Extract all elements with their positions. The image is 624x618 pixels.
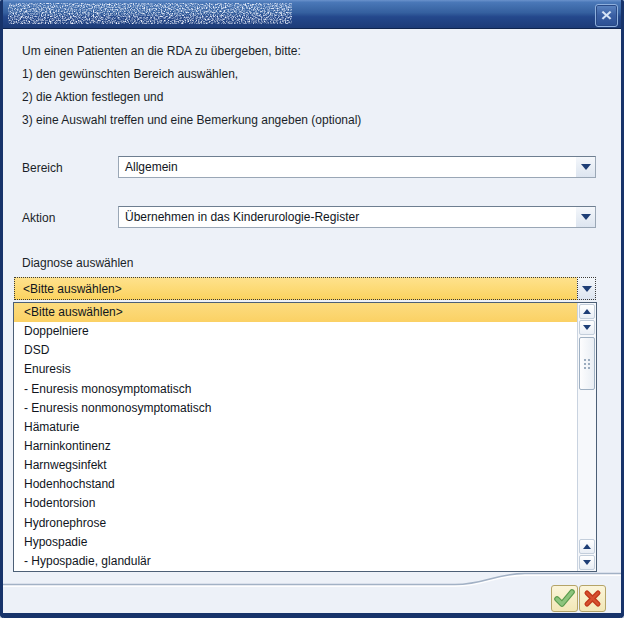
close-icon: ✕ (600, 9, 613, 22)
scroll-up-button-bottom[interactable] (579, 539, 595, 554)
scroll-up-button[interactable] (579, 304, 595, 319)
chevron-down-icon (582, 286, 592, 292)
instruction-step-3: 3) eine Auswahl treffen und eine Bemerku… (22, 113, 361, 127)
list-item[interactable]: Hydronephrose (14, 514, 578, 533)
diagnose-combobox[interactable]: <Bitte auswählen> (14, 277, 596, 300)
bereich-dropdown[interactable]: Allgemein (118, 156, 596, 178)
x-icon (583, 589, 602, 608)
scrollbar-thumb[interactable] (579, 337, 595, 390)
title-bar[interactable]: ✕ (0, 0, 624, 29)
aktion-label: Aktion (22, 211, 55, 225)
diagnose-option-list: <Bitte auswählen> Doppelniere DSD Enures… (13, 302, 597, 572)
scrollbar-grip-icon (583, 358, 591, 370)
window-title-redacted (8, 3, 292, 24)
list-item[interactable]: Harnwegsinfekt (14, 456, 578, 475)
close-button[interactable]: ✕ (595, 4, 618, 27)
aktion-value: Übernehmen in das Kinderurologie-Registe… (119, 210, 576, 224)
instruction-intro: Um einen Patienten an die RDA zu übergeb… (22, 44, 301, 58)
window-border-left (0, 0, 3, 618)
vertical-scrollbar[interactable] (577, 303, 596, 571)
scroll-down-icon (583, 325, 591, 330)
rda-transfer-dialog: ✕ Um einen Patienten an die RDA zu überg… (0, 0, 624, 618)
bereich-label: Bereich (22, 161, 63, 175)
check-icon (554, 589, 575, 608)
list-item[interactable]: Doppelniere (14, 322, 578, 341)
scroll-up-icon (583, 309, 591, 314)
list-item[interactable]: Hypospadie (14, 533, 578, 552)
aktion-dropdown-button[interactable] (576, 207, 595, 227)
list-item[interactable]: Hodentorsion (14, 494, 578, 513)
list-item[interactable]: <Bitte auswählen> (14, 303, 578, 322)
chevron-down-icon (581, 214, 591, 220)
diagnose-label: Diagnose auswählen (22, 256, 133, 270)
scroll-down-button-bottom[interactable] (579, 555, 595, 570)
bereich-dropdown-button[interactable] (576, 157, 595, 177)
list-item[interactable]: Hodenhochstand (14, 475, 578, 494)
cancel-button[interactable] (579, 585, 606, 612)
instruction-step-2: 2) die Aktion festlegen und (22, 90, 163, 104)
scroll-down-icon (583, 560, 591, 565)
chevron-down-icon (581, 164, 591, 170)
list-item[interactable]: - Hypospadie, glandulär (14, 552, 578, 571)
diagnose-dropdown-button[interactable] (577, 277, 596, 300)
instruction-step-1: 1) den gewünschten Bereich auswählen, (22, 67, 238, 81)
scroll-up-icon (583, 544, 591, 549)
window-border-bottom (0, 613, 624, 618)
bereich-value: Allgemein (119, 160, 576, 174)
list-item[interactable]: DSD (14, 341, 578, 360)
list-item[interactable]: - Enuresis monosymptomatisch (14, 380, 578, 399)
list-item[interactable]: Hämaturie (14, 418, 578, 437)
diagnose-value: <Bitte auswählen> (14, 282, 577, 296)
list-item[interactable]: - Enuresis nonmonosymptomatisch (14, 399, 578, 418)
aktion-dropdown[interactable]: Übernehmen in das Kinderurologie-Registe… (118, 206, 596, 228)
option-rows: <Bitte auswählen> Doppelniere DSD Enures… (14, 303, 578, 571)
confirm-button[interactable] (551, 585, 578, 612)
list-item[interactable]: Enuresis (14, 360, 578, 379)
list-item[interactable]: Harninkontinenz (14, 437, 578, 456)
scroll-down-button[interactable] (579, 320, 595, 335)
